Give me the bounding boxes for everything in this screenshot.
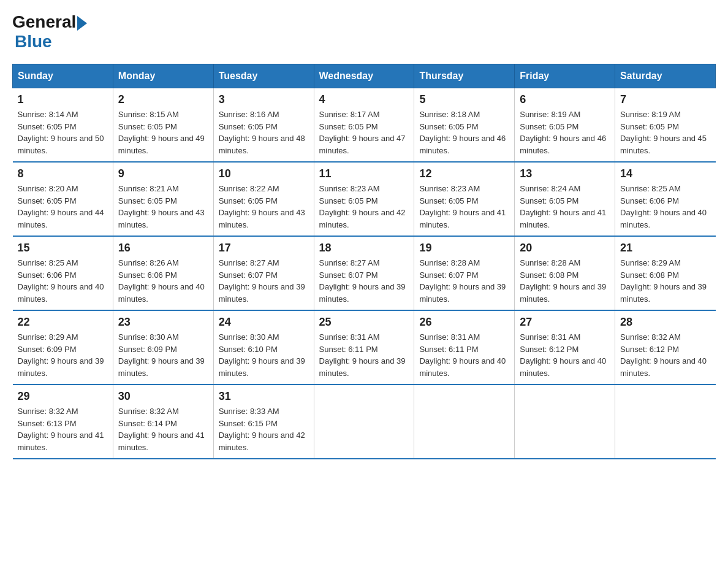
calendar-cell: 15Sunrise: 8:25 AMSunset: 6:06 PMDayligh… xyxy=(13,236,113,310)
day-number: 6 xyxy=(520,93,610,106)
day-number: 10 xyxy=(219,167,309,180)
calendar-cell: 27Sunrise: 8:31 AMSunset: 6:12 PMDayligh… xyxy=(515,310,615,385)
calendar-cell xyxy=(414,385,515,459)
day-info: Sunrise: 8:29 AMSunset: 6:09 PMDaylight:… xyxy=(18,331,108,379)
day-info: Sunrise: 8:33 AMSunset: 6:15 PMDaylight:… xyxy=(219,405,309,453)
calendar-cell: 24Sunrise: 8:30 AMSunset: 6:10 PMDayligh… xyxy=(213,310,314,385)
calendar-cell: 2Sunrise: 8:15 AMSunset: 6:05 PMDaylight… xyxy=(113,88,213,163)
day-info: Sunrise: 8:30 AMSunset: 6:10 PMDaylight:… xyxy=(219,331,309,379)
logo-arrow-icon xyxy=(77,16,87,31)
day-number: 8 xyxy=(18,167,108,180)
day-info: Sunrise: 8:32 AMSunset: 6:13 PMDaylight:… xyxy=(18,405,108,453)
day-number: 3 xyxy=(219,93,309,106)
day-info: Sunrise: 8:20 AMSunset: 6:05 PMDaylight:… xyxy=(18,183,108,231)
calendar-week-row: 29Sunrise: 8:32 AMSunset: 6:13 PMDayligh… xyxy=(13,385,716,459)
logo-general-text: General xyxy=(12,12,76,32)
day-info: Sunrise: 8:32 AMSunset: 6:12 PMDaylight:… xyxy=(620,331,710,379)
weekday-header-tuesday: Tuesday xyxy=(213,64,314,88)
weekday-header-monday: Monday xyxy=(113,64,213,88)
day-number: 5 xyxy=(419,93,509,106)
day-number: 4 xyxy=(319,93,409,106)
day-number: 27 xyxy=(520,316,610,329)
day-number: 19 xyxy=(419,242,509,255)
day-number: 24 xyxy=(219,316,309,329)
calendar-cell: 5Sunrise: 8:18 AMSunset: 6:05 PMDaylight… xyxy=(414,88,515,163)
calendar-cell: 3Sunrise: 8:16 AMSunset: 6:05 PMDaylight… xyxy=(213,88,314,163)
weekday-header-thursday: Thursday xyxy=(414,64,515,88)
day-number: 2 xyxy=(118,93,208,106)
calendar-cell: 25Sunrise: 8:31 AMSunset: 6:11 PMDayligh… xyxy=(314,310,414,385)
day-info: Sunrise: 8:28 AMSunset: 6:08 PMDaylight:… xyxy=(520,257,610,305)
day-number: 20 xyxy=(520,242,610,255)
day-number: 28 xyxy=(620,316,710,329)
weekday-header-wednesday: Wednesday xyxy=(314,64,414,88)
calendar-cell: 17Sunrise: 8:27 AMSunset: 6:07 PMDayligh… xyxy=(213,236,314,310)
calendar-cell: 28Sunrise: 8:32 AMSunset: 6:12 PMDayligh… xyxy=(615,310,716,385)
weekday-header-friday: Friday xyxy=(515,64,615,88)
weekday-header-saturday: Saturday xyxy=(615,64,716,88)
calendar-cell: 8Sunrise: 8:20 AMSunset: 6:05 PMDaylight… xyxy=(13,162,113,236)
weekday-header-row: SundayMondayTuesdayWednesdayThursdayFrid… xyxy=(13,64,716,88)
day-number: 26 xyxy=(419,316,509,329)
calendar-cell: 20Sunrise: 8:28 AMSunset: 6:08 PMDayligh… xyxy=(515,236,615,310)
day-info: Sunrise: 8:14 AMSunset: 6:05 PMDaylight:… xyxy=(18,109,108,156)
day-number: 22 xyxy=(18,316,108,329)
calendar-week-row: 22Sunrise: 8:29 AMSunset: 6:09 PMDayligh… xyxy=(13,310,716,385)
day-number: 7 xyxy=(620,93,710,106)
calendar-cell: 18Sunrise: 8:27 AMSunset: 6:07 PMDayligh… xyxy=(314,236,414,310)
calendar-cell: 12Sunrise: 8:23 AMSunset: 6:05 PMDayligh… xyxy=(414,162,515,236)
calendar-week-row: 15Sunrise: 8:25 AMSunset: 6:06 PMDayligh… xyxy=(13,236,716,310)
day-number: 31 xyxy=(219,390,309,403)
day-info: Sunrise: 8:21 AMSunset: 6:05 PMDaylight:… xyxy=(118,183,208,231)
calendar-week-row: 8Sunrise: 8:20 AMSunset: 6:05 PMDaylight… xyxy=(13,162,716,236)
day-number: 9 xyxy=(118,167,208,180)
day-info: Sunrise: 8:31 AMSunset: 6:11 PMDaylight:… xyxy=(319,331,409,379)
day-number: 18 xyxy=(319,242,409,255)
calendar-week-row: 1Sunrise: 8:14 AMSunset: 6:05 PMDaylight… xyxy=(13,88,716,163)
day-info: Sunrise: 8:31 AMSunset: 6:11 PMDaylight:… xyxy=(419,331,509,379)
day-number: 1 xyxy=(18,93,108,106)
day-info: Sunrise: 8:17 AMSunset: 6:05 PMDaylight:… xyxy=(319,109,409,156)
calendar-cell: 29Sunrise: 8:32 AMSunset: 6:13 PMDayligh… xyxy=(13,385,113,459)
day-number: 16 xyxy=(118,242,208,255)
day-number: 14 xyxy=(620,167,710,180)
calendar-cell: 6Sunrise: 8:19 AMSunset: 6:05 PMDaylight… xyxy=(515,88,615,163)
day-number: 30 xyxy=(118,390,208,403)
day-info: Sunrise: 8:27 AMSunset: 6:07 PMDaylight:… xyxy=(319,257,409,305)
calendar-cell: 21Sunrise: 8:29 AMSunset: 6:08 PMDayligh… xyxy=(615,236,716,310)
day-info: Sunrise: 8:26 AMSunset: 6:06 PMDaylight:… xyxy=(118,257,208,305)
day-info: Sunrise: 8:31 AMSunset: 6:12 PMDaylight:… xyxy=(520,331,610,379)
calendar-cell: 4Sunrise: 8:17 AMSunset: 6:05 PMDaylight… xyxy=(314,88,414,163)
calendar-cell: 26Sunrise: 8:31 AMSunset: 6:11 PMDayligh… xyxy=(414,310,515,385)
calendar-cell: 31Sunrise: 8:33 AMSunset: 6:15 PMDayligh… xyxy=(213,385,314,459)
day-number: 11 xyxy=(319,167,409,180)
day-number: 23 xyxy=(118,316,208,329)
calendar-cell: 13Sunrise: 8:24 AMSunset: 6:05 PMDayligh… xyxy=(515,162,615,236)
calendar-cell: 23Sunrise: 8:30 AMSunset: 6:09 PMDayligh… xyxy=(113,310,213,385)
weekday-header-sunday: Sunday xyxy=(13,64,113,88)
day-info: Sunrise: 8:19 AMSunset: 6:05 PMDaylight:… xyxy=(620,109,710,156)
calendar-cell xyxy=(515,385,615,459)
calendar-cell: 1Sunrise: 8:14 AMSunset: 6:05 PMDaylight… xyxy=(13,88,113,163)
day-info: Sunrise: 8:23 AMSunset: 6:05 PMDaylight:… xyxy=(319,183,409,231)
day-info: Sunrise: 8:28 AMSunset: 6:07 PMDaylight:… xyxy=(419,257,509,305)
day-number: 13 xyxy=(520,167,610,180)
day-info: Sunrise: 8:16 AMSunset: 6:05 PMDaylight:… xyxy=(219,109,309,156)
calendar-cell: 19Sunrise: 8:28 AMSunset: 6:07 PMDayligh… xyxy=(414,236,515,310)
calendar-cell: 10Sunrise: 8:22 AMSunset: 6:05 PMDayligh… xyxy=(213,162,314,236)
day-number: 25 xyxy=(319,316,409,329)
calendar-cell: 9Sunrise: 8:21 AMSunset: 6:05 PMDaylight… xyxy=(113,162,213,236)
calendar-cell: 22Sunrise: 8:29 AMSunset: 6:09 PMDayligh… xyxy=(13,310,113,385)
calendar-table: SundayMondayTuesdayWednesdayThursdayFrid… xyxy=(12,64,716,459)
day-info: Sunrise: 8:23 AMSunset: 6:05 PMDaylight:… xyxy=(419,183,509,231)
logo: General Blue xyxy=(12,12,87,52)
calendar-cell: 7Sunrise: 8:19 AMSunset: 6:05 PMDaylight… xyxy=(615,88,716,163)
day-info: Sunrise: 8:18 AMSunset: 6:05 PMDaylight:… xyxy=(419,109,509,156)
day-number: 12 xyxy=(419,167,509,180)
day-number: 15 xyxy=(18,242,108,255)
day-info: Sunrise: 8:24 AMSunset: 6:05 PMDaylight:… xyxy=(520,183,610,231)
calendar-cell xyxy=(615,385,716,459)
calendar-cell: 14Sunrise: 8:25 AMSunset: 6:06 PMDayligh… xyxy=(615,162,716,236)
day-info: Sunrise: 8:25 AMSunset: 6:06 PMDaylight:… xyxy=(620,183,710,231)
day-info: Sunrise: 8:27 AMSunset: 6:07 PMDaylight:… xyxy=(219,257,309,305)
